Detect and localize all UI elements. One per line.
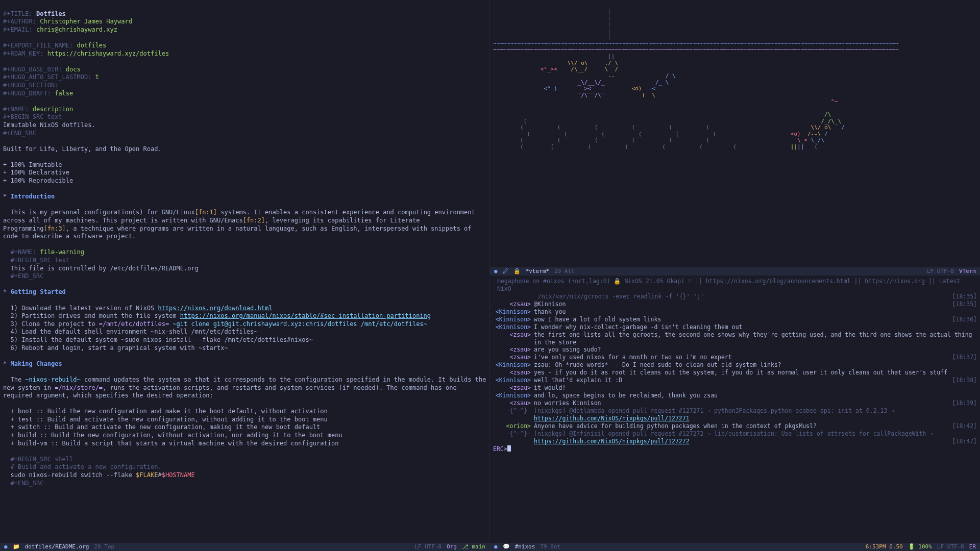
heading-making-changes[interactable]: Making Changes xyxy=(10,360,62,367)
folder-icon: 📁 xyxy=(13,543,20,550)
irc-nick: <zsau> xyxy=(493,331,534,346)
git-branch: ⎇ main xyxy=(462,543,485,550)
irc-nick: <Kinnison> xyxy=(493,361,534,369)
irc-text: I wonder why nix-collect-garbage -d isn'… xyxy=(534,323,977,331)
irc-text: @Kinnison xyxy=(534,300,947,308)
irc-message: <Kinnison>thank you xyxy=(493,308,977,316)
irc-message: <zsau>i've only used nixos for a month o… xyxy=(493,354,977,361)
buffer-name: dotfiles/README.org xyxy=(25,543,89,550)
irc-text: zsau: Oh *rude words* -- Do I need sudo … xyxy=(534,361,977,369)
circle-icon: ● xyxy=(4,543,8,550)
irc-message: <zsau>are you using sudo? xyxy=(493,346,977,354)
irc-text: yes - if you do it as root it cleans out… xyxy=(534,369,977,377)
irc-nick: <Kinnison> xyxy=(493,316,534,323)
email-value: chris@chrishayward.xyz xyxy=(36,26,117,33)
right-column: | | | | | ~~~~~~~~~~~~~~~~~~~~~~~~~~~~~~… xyxy=(490,0,980,551)
irc-nick: <zsau> xyxy=(493,384,534,392)
irc-text: the first one lists all the gcroots, the… xyxy=(534,331,977,346)
heading-introduction[interactable]: Introduction xyxy=(10,193,55,200)
irc-text: wow I have a lot of old system links xyxy=(534,316,947,323)
irc-timestamp: [18:36] xyxy=(947,316,977,323)
tagline: Built for Life, Liberty, and the Open Ro… xyxy=(3,145,162,153)
org-buffer[interactable]: #+TITLE: Dotfiles #+AUTHOR: Christopher … xyxy=(0,0,490,551)
irc-text: no worries Kinnison xyxy=(534,399,947,407)
irc-message: <Kinnison>I wonder why nix-collect-garba… xyxy=(493,323,977,331)
org-content[interactable]: #+TITLE: Dotfiles #+AUTHOR: Christopher … xyxy=(0,0,489,497)
lock-icon: 🔒 xyxy=(513,268,521,275)
modeline-vterm: ● 🖊 🔒 *vterm* 29 All LF UTF-8 VTerm xyxy=(490,267,980,276)
irc-nick: <Kinnison> xyxy=(493,323,534,331)
vterm-buffer[interactable]: | | | | | ~~~~~~~~~~~~~~~~~~~~~~~~~~~~~~… xyxy=(490,0,980,267)
irc-message: <zsau>the first one lists all the gcroot… xyxy=(493,331,977,346)
irc-buffer[interactable]: megaphone on #nixos (+nrt,lag:0) 🔒 NixOS… xyxy=(490,276,980,543)
document-title: Dotfiles xyxy=(36,10,66,17)
link-nixos-download[interactable]: https://nixos.org/download.html xyxy=(158,305,272,312)
irc-text: thank you xyxy=(534,308,977,316)
irc-timestamp: [18:37] xyxy=(947,354,977,361)
irc-text: it would! xyxy=(534,384,977,392)
irc-text: and lo, space begins to be reclaimed, th… xyxy=(534,392,977,399)
footnote-2[interactable]: [fn:2] xyxy=(243,217,265,224)
irc-nick: <Kinnison> xyxy=(493,392,534,399)
irc-message: <Kinnison>zsau: Oh *rude words* -- Do I … xyxy=(493,361,977,369)
irc-message: <zsau>@Kinnison[18:35] xyxy=(493,300,977,308)
irc-message: <zsau>it would! xyxy=(493,384,977,392)
footnote-3[interactable]: [fn:3] xyxy=(43,225,65,232)
irc-nick: <Kinnison> xyxy=(493,308,534,316)
author-value: Christopher James Hayward xyxy=(40,18,132,25)
ascii-art: || \\/ o\ ./_\ <°_>< /\__/ \ / -- / \ _\… xyxy=(493,53,845,150)
modeline-org: ● 📁 dotfiles/README.org 28 Top LF UTF-8 … xyxy=(0,543,489,551)
link-nixos-partitioning[interactable]: https://nixos.org/manual/nixos/stable/#s… xyxy=(180,312,431,319)
irc-timestamp: [18:35] xyxy=(947,300,977,308)
irc-nick: <zsau> xyxy=(493,354,534,361)
battery-icon: 🔋 100% xyxy=(908,543,932,550)
irc-nick: <zsau> xyxy=(493,369,534,377)
irc-message: <Kinnison>wow I have a lot of old system… xyxy=(493,316,977,323)
irc-message: <Kinnison>and lo, space begins to be rec… xyxy=(493,392,977,399)
irc-message: <zsau>yes - if you do it as root it clea… xyxy=(493,369,977,377)
modeline-irc: ● 💬 #nixos 79 Bot 6:53PM 0.50 🔋 100% LF … xyxy=(490,543,980,551)
chat-icon: 💬 xyxy=(503,543,510,550)
rw-icon: 🖊 xyxy=(503,268,508,275)
link-pr-127271[interactable]: https://github.com/NixOS/nixpkgs/pull/12… xyxy=(534,415,690,422)
irc-prompt[interactable]: ERC> xyxy=(493,445,507,453)
heading-getting-started[interactable]: Getting Started xyxy=(10,288,65,295)
irc-nick: <Kinnison> xyxy=(493,377,534,384)
irc-nick: <zsau> xyxy=(493,399,534,407)
title-keyword: #+TITLE: xyxy=(3,10,33,17)
circle-icon: ● xyxy=(494,543,498,550)
irc-nick: <zsau> xyxy=(493,346,534,354)
irc-nick: <zsau> xyxy=(493,300,534,308)
irc-topic: megaphone on #nixos (+nrt,lag:0) 🔒 NixOS… xyxy=(493,278,977,293)
irc-message: <Kinnison>well that'd explain it :D[18:3… xyxy=(493,377,977,384)
irc-text: well that'd explain it :D xyxy=(534,377,947,384)
link-pr-127272[interactable]: https://github.com/NixOS/nixpkgs/pull/12… xyxy=(534,438,690,445)
irc-timestamp: [18:38] xyxy=(947,377,977,384)
clock: 6:53PM 0.50 xyxy=(866,543,903,550)
irc-message: <zsau>no worries Kinnison[18:39] xyxy=(493,399,977,407)
irc-text: i've only used nixos for a month or two … xyxy=(534,354,947,361)
cursor[interactable] xyxy=(507,445,511,452)
irc-timestamp: [18:39] xyxy=(947,399,977,407)
irc-text: are you using sudo? xyxy=(534,346,977,354)
footnote-1[interactable]: [fn:1] xyxy=(195,209,217,216)
circle-icon: ● xyxy=(494,268,498,275)
